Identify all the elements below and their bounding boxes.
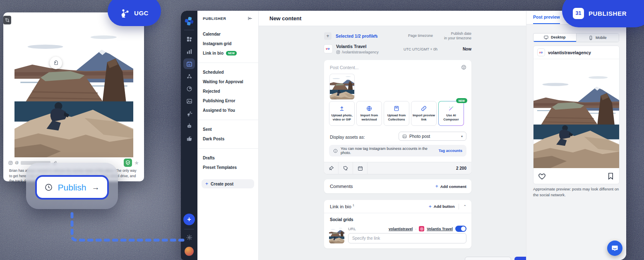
profile-name: Volantis Travel <box>336 44 366 49</box>
ugc-share-icon <box>120 8 130 18</box>
collections-bookmark-icon <box>394 106 399 111</box>
attached-photo-thumbnail[interactable] <box>330 74 354 99</box>
menu-item-instagram-grid[interactable]: Instagram grid <box>197 39 258 48</box>
ai-composer-button[interactable]: NEW Use AI Composer <box>438 101 464 126</box>
arrow-right-icon: → <box>91 183 99 192</box>
add-profile-button[interactable]: + <box>183 214 195 225</box>
tab-post-preview[interactable]: Post preview <box>533 14 560 24</box>
menu-item-drafts[interactable]: Drafts <box>197 153 258 163</box>
tab-mobile[interactable]: Mobile <box>576 34 619 42</box>
info-icon <box>333 149 338 153</box>
emoji-picker-icon[interactable] <box>461 64 466 72</box>
collapse-section-icon[interactable]: ⌃ <box>463 205 466 209</box>
clear-selection-icon[interactable]: × <box>374 33 377 38</box>
display-assets-select[interactable]: Photo post ▾ <box>399 132 466 141</box>
grid-enabled-toggle[interactable] <box>455 226 466 232</box>
app-logo-icon[interactable] <box>185 17 194 26</box>
main-area: New content + Selected 1/2 profiles × Pa… <box>259 11 526 260</box>
account-name-link[interactable]: Volantis Travel <box>427 227 453 231</box>
menu-item-publishing-error[interactable]: Publishing Error <box>197 96 258 106</box>
page-title: New content <box>269 15 301 22</box>
grid-account-row: volantistravel · Volantis Travel <box>389 226 466 232</box>
menu-item-dark-posts[interactable]: Dark Posts <box>197 134 258 144</box>
grid-item-thumbnail[interactable] <box>329 226 344 243</box>
approved-shield-icon <box>124 159 132 167</box>
create-post-button[interactable]: +Create post <box>202 179 254 188</box>
plus-icon: + <box>205 181 208 187</box>
upload-collections-button[interactable]: Upload from Collections <box>384 101 409 126</box>
tag-photo-icon[interactable] <box>50 57 62 69</box>
publisher-calendar-icon[interactable]: 31 <box>183 58 195 69</box>
add-label-icon[interactable] <box>339 162 353 174</box>
comments-title: Comments <box>330 184 353 189</box>
analytics-icon[interactable] <box>183 46 195 57</box>
menu-item-preset-templates[interactable]: Preset Templates <box>197 163 258 172</box>
selected-profiles-link[interactable]: Selected 1/2 profiles <box>336 34 378 39</box>
add-button-button[interactable]: +Add button <box>429 204 455 209</box>
url-label: URL <box>348 226 356 231</box>
engage-hand-icon[interactable] <box>183 133 195 144</box>
favorite-star-icon[interactable]: ★ <box>134 160 139 166</box>
tab-desktop[interactable]: Desktop <box>533 34 576 42</box>
icon-rail: 31 + <box>181 11 197 260</box>
display-assets-label: Display assets as: <box>330 135 365 140</box>
canyon-lake-photo <box>14 16 133 157</box>
volantis-avatar: vo <box>538 49 545 56</box>
app-window: 31 + PUBLISHER Calendar Instagram grid L… <box>181 11 626 260</box>
link-in-bio-title: Link in bio 1 <box>330 204 354 209</box>
tag-accounts-link[interactable]: Tag accounts <box>439 149 462 153</box>
menu-item-link-in-bio[interactable]: Link in bioNEW <box>197 48 258 58</box>
automation-bot-icon[interactable] <box>183 120 195 131</box>
post-content-placeholder[interactable]: Post Content... <box>330 65 358 70</box>
chat-widget-button[interactable] <box>607 241 622 256</box>
menu-item-sent[interactable]: Sent <box>197 125 258 134</box>
schedule-calendar-icon[interactable] <box>353 162 368 174</box>
publisher-menu: PUBLISHER Calendar Instagram grid Link i… <box>197 11 259 260</box>
ugc-person-icon[interactable] <box>183 108 195 119</box>
bookmark-icon[interactable] <box>607 172 615 180</box>
settings-gear-icon[interactable] <box>183 232 195 243</box>
upload-photo-button[interactable]: Upload photo, video or GIF <box>329 101 355 126</box>
menu-item-assigned-to-you[interactable]: Assigned to You <box>197 106 258 115</box>
account-handle-link[interactable]: volantistravel <box>389 227 413 231</box>
svg-text:o: o <box>541 51 543 54</box>
pin-post-icon[interactable] <box>324 162 339 174</box>
instagram-preview-card: vo volantistravelagency <box>533 46 620 184</box>
link-icon <box>421 106 427 111</box>
publish-button[interactable]: Publish → <box>35 175 109 200</box>
add-profile-square-button[interactable]: + <box>324 32 332 40</box>
user-avatar[interactable] <box>185 247 194 256</box>
import-web-cloud-button[interactable]: Import from web/cloud <box>356 101 382 126</box>
menu-item-rejected[interactable]: Rejected <box>197 87 258 96</box>
add-comment-button[interactable]: +Add comment <box>435 183 466 189</box>
magic-wand-icon <box>448 106 454 111</box>
link-url-input[interactable] <box>348 233 466 243</box>
preview-actions <box>533 168 619 184</box>
menu-item-scheduled[interactable]: Scheduled <box>197 67 258 77</box>
profile-selector-row: + Selected 1/2 profiles × Page timezone … <box>324 32 471 40</box>
phone-icon <box>589 36 593 40</box>
publish-date-value[interactable]: Now <box>463 47 471 51</box>
menu-item-waiting-approval[interactable]: Waiting for Approval <box>197 77 258 87</box>
instagram-icon <box>336 50 340 54</box>
globe-icon <box>366 106 372 111</box>
import-preview-link-button[interactable]: Import preview link <box>411 101 437 126</box>
secondary-action-button[interactable] <box>465 257 511 260</box>
link-in-bio-card: Link in bio 1 +Add button ⌃ Social grids <box>324 200 471 248</box>
preview-photo <box>533 59 619 168</box>
profile-timezone: UTC UTC/GMT + 0h <box>402 47 439 51</box>
clock-icon <box>45 183 53 191</box>
device-toggle: Desktop Mobile <box>533 33 619 42</box>
menu-item-calendar[interactable]: Calendar <box>197 29 258 39</box>
network-nodes-icon[interactable] <box>183 71 195 82</box>
svg-text:31: 31 <box>188 63 190 65</box>
inbox-clock-icon[interactable] <box>183 83 195 94</box>
crop-icon[interactable] <box>3 16 11 24</box>
preview-disclaimer: Approximate preview: posts may look diff… <box>533 186 620 198</box>
svg-text:v: v <box>539 51 541 54</box>
collapse-panel-icon[interactable] <box>248 16 253 21</box>
profile-row[interactable]: vo Volantis Travel /volantistravelagency… <box>324 44 471 55</box>
dashboard-grid-icon[interactable] <box>183 34 195 44</box>
media-library-icon[interactable] <box>183 96 195 106</box>
like-heart-icon[interactable] <box>538 172 546 180</box>
